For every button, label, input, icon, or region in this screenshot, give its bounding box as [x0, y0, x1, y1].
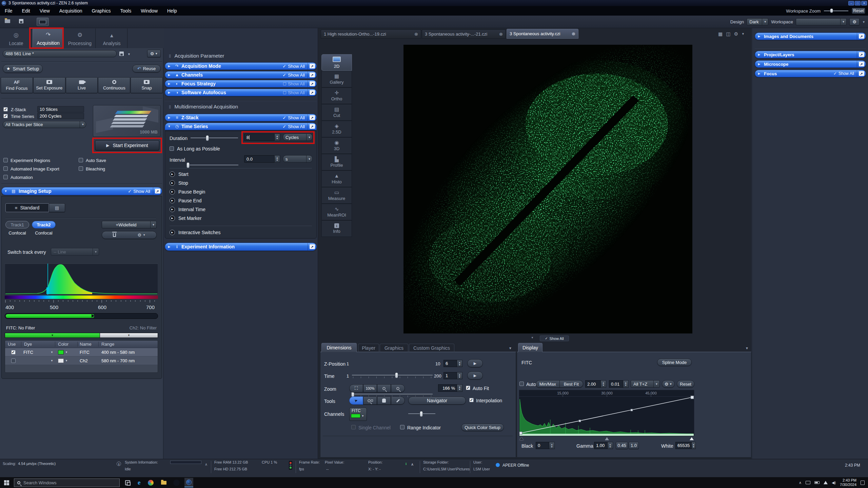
- tab-custom-graphics[interactable]: Custom Graphics: [409, 344, 454, 352]
- interactive-switches-expander[interactable]: ▶Interactive Switches: [170, 230, 221, 235]
- view-mode-meanroi[interactable]: ∿MeanROI: [321, 204, 352, 220]
- minimize-button[interactable]: –: [848, 1, 854, 5]
- panel-expand[interactable]: ↗: [308, 72, 316, 78]
- color-picker-tool-button[interactable]: [391, 396, 405, 405]
- remote-control-button[interactable]: [37, 18, 49, 26]
- zoom-slider[interactable]: [408, 411, 435, 417]
- taskbar-search[interactable]: Search Windows: [14, 479, 120, 487]
- menu-acquisition[interactable]: Acquisition: [55, 8, 87, 14]
- ch2-channel-bar[interactable]: ▼: [100, 333, 158, 338]
- range-slider-handle[interactable]: [92, 314, 95, 318]
- status-i-icon[interactable]: i: [406, 462, 407, 466]
- view-mode-profile[interactable]: ▙Profile: [321, 154, 352, 170]
- collapse-arrow-icon[interactable]: ▶: [755, 72, 763, 75]
- bestfit-pct-spinner[interactable]: 0.01▲▼: [609, 380, 629, 388]
- interpolation-checkbox[interactable]: [469, 398, 474, 402]
- menu-graphics[interactable]: Graphics: [87, 8, 115, 14]
- navigator-button[interactable]: Navigator: [408, 396, 466, 405]
- zoom-slider-handle[interactable]: [420, 411, 423, 417]
- bestfit-exp-spinner[interactable]: 2.00▲▼: [585, 380, 606, 388]
- document-tab-1[interactable]: 1 High resolution-Ortho...-19.czi ⊗: [321, 29, 421, 39]
- notification-center-icon[interactable]: [861, 481, 865, 485]
- collapse-arrow-icon[interactable]: ▶: [755, 62, 763, 66]
- chevron-down-icon[interactable]: ▼: [862, 20, 865, 24]
- z-position-slider[interactable]: [352, 372, 433, 379]
- close-icon[interactable]: ⊗: [572, 31, 575, 36]
- bleaching-checkbox[interactable]: [79, 166, 83, 171]
- table-row[interactable]: ▼ ▼ Ch2 580 nm - 700 nm: [5, 357, 158, 365]
- chevron-down-icon[interactable]: ▼: [509, 346, 512, 350]
- project-layers-header[interactable]: ▶ Project/Layers ↗: [755, 51, 866, 58]
- show-all-toggle[interactable]: ✓Show All: [280, 73, 308, 78]
- document-tab-2[interactable]: 3 Spontaneous activity-...-21.czi ⊗: [422, 29, 506, 39]
- tab-player[interactable]: Player: [358, 344, 379, 352]
- zoom-out-button[interactable]: [377, 384, 391, 392]
- panel-expand[interactable]: ↗: [857, 51, 866, 58]
- chevron-down-icon[interactable]: ▼: [65, 351, 68, 354]
- workspace-gear-button[interactable]: ⚙: [849, 18, 860, 25]
- chevron-down-icon[interactable]: ▼: [65, 359, 68, 362]
- z-position-spinner[interactable]: 6▲▼: [443, 360, 462, 367]
- continuous-button[interactable]: Continuous: [98, 77, 130, 93]
- automated-image-export-checkbox[interactable]: [3, 166, 8, 171]
- save-icon[interactable]: [19, 19, 23, 23]
- collapse-arrow-icon[interactable]: ▶: [165, 245, 173, 248]
- display-gear-button[interactable]: ⚙▼: [662, 380, 675, 388]
- time-spinner[interactable]: 1▲▼: [443, 372, 462, 379]
- automation-checkbox[interactable]: [3, 175, 8, 179]
- workspace-zoom-slider[interactable]: [824, 8, 848, 14]
- zen-active-app-icon[interactable]: [184, 478, 193, 487]
- status-caret-icon[interactable]: ∧: [411, 462, 414, 467]
- zstack-header[interactable]: ▶≡ Z-Stack ✓Show All ↗: [165, 114, 317, 121]
- close-button[interactable]: ✕: [861, 1, 867, 5]
- interval-slider-handle[interactable]: [186, 162, 190, 168]
- tray-display-icon[interactable]: [806, 481, 810, 484]
- detection-range-slider[interactable]: [5, 313, 158, 319]
- start-button[interactable]: [4, 480, 9, 485]
- acquisition-mode-header[interactable]: ▶↷ Acquisition Mode ✓Show All ↗: [165, 62, 317, 70]
- save-experiment-icon[interactable]: [119, 52, 124, 56]
- main-tab-acquisition[interactable]: ↷ Acquisition: [33, 28, 64, 48]
- black-spinner[interactable]: 0▲▼: [536, 442, 555, 449]
- maximize-button[interactable]: □: [855, 1, 861, 5]
- table-row[interactable]: FITC▼ ▼ FITC 400 nm - 580 nm: [5, 348, 158, 357]
- channel-use-checkbox[interactable]: [11, 359, 16, 363]
- tray-battery-icon[interactable]: [814, 481, 820, 484]
- chevron-down-icon[interactable]: ▼: [742, 32, 745, 37]
- zoom-fit-button[interactable]: ⛶: [349, 384, 363, 392]
- design-select[interactable]: Dark▼: [747, 18, 768, 25]
- chevron-down-icon[interactable]: ▼: [51, 351, 53, 354]
- view-mode-2d[interactable]: 2D: [321, 54, 352, 71]
- focus-show-all[interactable]: ✓Show All: [831, 71, 857, 76]
- menu-file[interactable]: File: [0, 8, 17, 14]
- pause-begin-expander[interactable]: ▶Pause Begin: [170, 189, 205, 195]
- min-max-button[interactable]: Min/Max: [536, 380, 560, 388]
- collapse-arrow-icon[interactable]: ▶: [165, 91, 173, 94]
- view-mode-gallery[interactable]: ▦Gallery: [321, 71, 352, 87]
- tracks-per-slice-select[interactable]: All Tracks per Slice▼: [3, 121, 86, 128]
- interval-slider[interactable]: [187, 162, 238, 168]
- start-expander[interactable]: ▶Start: [170, 171, 189, 177]
- microscopy-image[interactable]: [403, 45, 692, 333]
- chevron-down-icon[interactable]: ▼: [127, 53, 131, 56]
- collapse-arrow-icon[interactable]: ▶: [165, 116, 173, 119]
- interval-time-expander[interactable]: ▶Interval Time: [170, 207, 205, 212]
- taskbar-clock[interactable]: 2:43 PM7/30/2024: [840, 478, 856, 487]
- tab-display[interactable]: Display: [518, 343, 542, 352]
- imaging-setup-expand[interactable]: ↗: [153, 187, 162, 195]
- panel-expand[interactable]: ↗: [857, 70, 866, 77]
- focus-header[interactable]: ▶ Focus ✓Show All ↗: [755, 70, 866, 77]
- workspace-zoom-reset-button[interactable]: Reset: [852, 8, 865, 14]
- workspace-select[interactable]: ▼: [796, 18, 847, 25]
- quick-color-setup-button[interactable]: Quick Color Setup: [461, 424, 504, 431]
- menu-tools[interactable]: Tools: [116, 8, 136, 14]
- set-exposure-button[interactable]: Set Exposure: [33, 77, 65, 93]
- display-auto-checkbox[interactable]: [519, 382, 524, 386]
- menu-help[interactable]: Help: [162, 8, 182, 14]
- zoom-100-button[interactable]: 100%: [363, 384, 377, 392]
- zen-app-icon[interactable]: [173, 480, 180, 486]
- zoom-region-tool-button[interactable]: [363, 396, 377, 405]
- show-all-toggle[interactable]: ✓Show All: [280, 124, 308, 129]
- duration-slider-handle[interactable]: [206, 135, 209, 141]
- track-gear-button[interactable]: ⚙▼: [138, 232, 146, 238]
